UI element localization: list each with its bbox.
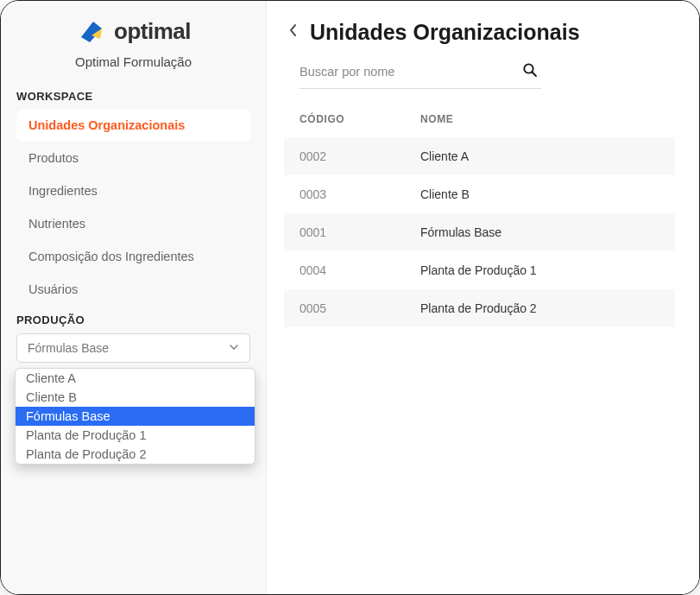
dropdown-option[interactable]: Planta de Produção 1: [16, 426, 255, 445]
section-label-workspace: WORKSPACE: [16, 90, 250, 103]
brand-subtitle: Optimal Formulação: [13, 54, 254, 69]
svg-line-1: [533, 73, 537, 77]
col-header-name: NOME: [405, 101, 675, 137]
table-row[interactable]: 0005Planta de Produção 2: [284, 289, 675, 327]
search-input[interactable]: [300, 60, 519, 84]
nav-item-usuarios[interactable]: Usuários: [16, 274, 250, 305]
cell-code: 0001: [284, 213, 405, 251]
cell-code: 0002: [284, 137, 405, 175]
page-title: Unidades Organizacionais: [310, 20, 580, 45]
unit-select-display[interactable]: Fórmulas Base: [16, 333, 250, 363]
col-header-code: CÓDIGO: [284, 101, 405, 137]
dropdown-option[interactable]: Cliente B: [16, 388, 255, 407]
chevron-down-icon: [229, 341, 239, 355]
table-row[interactable]: 0001Fórmulas Base: [284, 213, 675, 251]
cell-code: 0005: [284, 289, 405, 327]
brand-logo: optimal: [13, 16, 254, 46]
sidebar: optimal Optimal Formulação WORKSPACE Uni…: [1, 1, 267, 594]
cell-name: Fórmulas Base: [405, 213, 675, 251]
section-label-producao: PRODUÇÃO: [16, 313, 250, 326]
data-table: CÓDIGO NOME 0002Cliente A0003Cliente B00…: [284, 101, 675, 327]
search-icon[interactable]: [519, 59, 541, 85]
table-row[interactable]: 0003Cliente B: [284, 175, 675, 213]
nav-item-produtos[interactable]: Produtos: [16, 142, 250, 174]
main-content: Unidades Organizacionais CÓDIGO NOME 000…: [267, 1, 699, 594]
page-header: Unidades Organizacionais: [284, 20, 675, 45]
back-chevron-icon[interactable]: [284, 21, 303, 44]
unit-select[interactable]: Fórmulas Base Cliente ACliente BFórmulas…: [16, 333, 250, 363]
dropdown-option[interactable]: Cliente A: [16, 369, 255, 388]
cell-code: 0004: [284, 251, 405, 289]
cell-name: Planta de Produção 1: [405, 251, 675, 289]
nav-item-unidades[interactable]: Unidades Organizacionais: [16, 110, 250, 141]
cell-name: Cliente A: [405, 137, 675, 175]
dropdown-option[interactable]: Fórmulas Base: [16, 407, 255, 426]
cell-code: 0003: [284, 175, 405, 213]
dropdown-option[interactable]: Planta de Produção 2: [16, 445, 255, 464]
nav-item-ingredientes[interactable]: Ingredientes: [16, 175, 250, 206]
nav-list-workspace: Unidades Organizacionais Produtos Ingred…: [13, 110, 254, 305]
nav-item-nutrientes[interactable]: Nutrientes: [16, 208, 250, 239]
table-row[interactable]: 0002Cliente A: [284, 137, 675, 175]
cell-name: Cliente B: [405, 175, 675, 213]
brand-name: optimal: [114, 18, 191, 45]
search-bar: [300, 59, 541, 89]
brand-icon: [76, 16, 105, 46]
nav-item-composicao[interactable]: Composição dos Ingredientes: [16, 241, 250, 272]
cell-name: Planta de Produção 2: [405, 289, 675, 327]
table-row[interactable]: 0004Planta de Produção 1: [284, 251, 675, 289]
unit-select-dropdown: Cliente ACliente BFórmulas BasePlanta de…: [15, 368, 255, 465]
app-window: optimal Optimal Formulação WORKSPACE Uni…: [0, 0, 700, 595]
unit-select-value: Fórmulas Base: [28, 341, 109, 355]
